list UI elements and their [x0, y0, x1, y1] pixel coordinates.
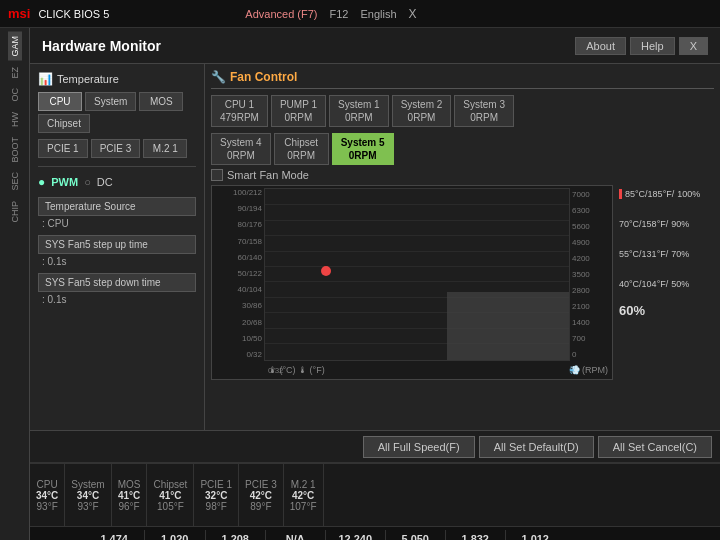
right-label-70-pct: 70% [671, 249, 689, 259]
fan-tab-cpu1-rpm: 479RPM [220, 111, 259, 124]
window-close-button[interactable]: X [679, 37, 708, 55]
fan-tab-sys1[interactable]: System 1 0RPM [329, 95, 389, 127]
status-mos-temp: 41°C [118, 490, 140, 501]
chart-bar-block [447, 292, 569, 360]
voltage-cpu-nb-value: 1.020 [161, 533, 189, 541]
voltage-cpu1p8-value: 1.832 [461, 533, 489, 541]
lang-selector[interactable]: English [360, 8, 396, 20]
sidebar-item-ez[interactable]: EZ [8, 63, 22, 83]
fan-tab-sys2[interactable]: System 2 0RPM [392, 95, 452, 127]
rpm-label-700: 700 [570, 334, 612, 343]
right-label-50-text: 40°C/104°F/ [619, 279, 668, 289]
status-cpu: CPU 34°C 93°F [30, 464, 65, 526]
fan-tab-pump1[interactable]: PUMP 1 0RPM [271, 95, 326, 127]
set-default-button[interactable]: All Set Default(D) [479, 436, 594, 458]
voltage-cpu-nb: 1.020 CPU NB/SOC [147, 533, 203, 541]
status-mos-tempf: 96°F [118, 501, 139, 512]
fan-tab-sys5[interactable]: System 5 0RPM [332, 133, 394, 165]
pwm-label[interactable]: PWM [51, 176, 78, 188]
step-up-block: SYS Fan5 step up time : 0.1s [38, 235, 196, 267]
rpm-label-4200: 4200 [570, 254, 612, 263]
temp-tabs-row2: PCIE 1 PCIE 3 M.2 1 [38, 139, 196, 158]
chart-inner[interactable] [264, 188, 570, 361]
sidebar-item-hw[interactable]: HW [8, 108, 22, 131]
grid-line-2 [265, 220, 569, 221]
fan-tab-cpu1[interactable]: CPU 1 479RPM [211, 95, 268, 127]
voltage-section: Voltage(V) 1.474 CPU Core 1.020 CPU NB/S… [30, 526, 720, 540]
status-cpu-tempf: 93°F [37, 501, 58, 512]
fan-tab-sys4[interactable]: System 4 0RPM [211, 133, 271, 165]
full-speed-button[interactable]: All Full Speed(F) [363, 436, 475, 458]
voltage-dram-value: 1.208 [221, 533, 249, 541]
fan-tab-sys5-label: System 5 [341, 136, 385, 149]
chart-right-labels: 85°C/185°F/ 100% 70°C/158°F/ 90% 55°C/13… [619, 185, 714, 318]
voltage-cpu-vddp-value: N/A [286, 533, 305, 541]
voltage-sys12v-value: 12.240 [338, 533, 372, 541]
smart-fan-checkbox-label[interactable]: Smart Fan Mode [211, 169, 309, 181]
status-chipset-label: Chipset [153, 479, 187, 490]
temp-source-value[interactable]: : CPU [38, 218, 196, 229]
sidebar-item-sec[interactable]: SEC [8, 168, 22, 195]
fan-curve-dot[interactable] [321, 266, 331, 276]
fan-tab-sys4-label: System 4 [220, 136, 262, 149]
tab-m2-1[interactable]: M.2 1 [143, 139, 187, 158]
left-panel: 📊 Temperature CPU System MOS Chipset PCI… [30, 64, 205, 430]
temp-section-header: 📊 Temperature [38, 72, 196, 86]
status-mos: MOS 41°C 96°F [112, 464, 148, 526]
help-button[interactable]: Help [630, 37, 675, 55]
grid-line-1 [265, 204, 569, 205]
window-controls: About Help X [575, 37, 708, 55]
temp-unit-label: 🌡 (°C) 🌡 (°F) [268, 365, 325, 375]
advanced-mode[interactable]: Advanced (F7) [245, 8, 317, 20]
right-label-50: 40°C/104°F/ 50% [619, 279, 714, 289]
y-label-50: 50/122 [212, 269, 264, 278]
status-pcie1-temp: 32°C [205, 490, 227, 501]
tab-chipset[interactable]: Chipset [38, 114, 90, 133]
fan-tab-pump1-rpm: 0RPM [285, 111, 313, 124]
fan-tab-chipset[interactable]: Chipset 0RPM [274, 133, 329, 165]
grid-line-4 [265, 251, 569, 252]
status-system-tempf: 93°F [77, 501, 98, 512]
right-label-90: 70°C/158°F/ 90% [619, 219, 714, 229]
step-up-label: SYS Fan5 step up time [38, 235, 196, 254]
tab-pcie3[interactable]: PCIE 3 [91, 139, 141, 158]
top-close-btn[interactable]: X [409, 7, 417, 21]
sidebar-item-boot[interactable]: BOOT [8, 133, 22, 167]
content-area: 📊 Temperature CPU System MOS Chipset PCI… [30, 64, 720, 430]
voltage-row: Voltage(V) 1.474 CPU Core 1.020 CPU NB/S… [34, 530, 716, 540]
set-cancel-button[interactable]: All Set Cancel(C) [598, 436, 712, 458]
status-pcie1-label: PCIE 1 [200, 479, 232, 490]
step-down-value[interactable]: : 0.1s [38, 294, 196, 305]
voltage-sys5v: 5.050 System/5V [388, 533, 443, 541]
fan-tab-chipset-rpm: 0RPM [287, 149, 315, 162]
rpm-unit-label: 💨 (RPM) [569, 365, 609, 375]
f12-btn[interactable]: F12 [329, 8, 348, 20]
status-chipset-tempf: 105°F [157, 501, 184, 512]
msi-logo: msi [8, 6, 30, 21]
tab-pcie1[interactable]: PCIE 1 [38, 139, 88, 158]
step-up-value[interactable]: : 0.1s [38, 256, 196, 267]
rpm-label-1400: 1400 [570, 318, 612, 327]
sidebar-item-chip[interactable]: CHIP [8, 197, 22, 227]
sidebar-item-gam[interactable]: GAM [8, 32, 22, 61]
dc-label[interactable]: DC [97, 176, 113, 188]
voltage-cpu1p8: 1.832 CPU 1P8 [448, 533, 503, 541]
percent-display-block: 60% [619, 303, 714, 318]
fan-tab-sys5-rpm: 0RPM [349, 149, 377, 162]
tab-mos[interactable]: MOS [139, 92, 183, 111]
bios-title: CLICK BIOS 5 [38, 8, 109, 20]
sidebar-item-oc[interactable]: OC [8, 84, 22, 106]
radio-selected-indicator: ● [38, 175, 45, 189]
chart-row: 100/212 90/194 80/176 70/158 60/140 50/1… [211, 185, 714, 380]
fan-tab-sys3[interactable]: System 3 0RPM [454, 95, 514, 127]
smart-fan-checkbox[interactable] [211, 169, 223, 181]
tab-cpu[interactable]: CPU [38, 92, 82, 111]
y-label-60: 60/140 [212, 253, 264, 262]
y-label-10: 10/50 [212, 334, 264, 343]
tab-system[interactable]: System [85, 92, 136, 111]
about-button[interactable]: About [575, 37, 626, 55]
status-m21-tempf: 107°F [290, 501, 317, 512]
status-chipset-temp: 41°C [159, 490, 181, 501]
grid-line-3 [265, 235, 569, 236]
rpm-y-labels: 7000 6300 5600 4900 4200 3500 2800 2100 … [570, 188, 612, 361]
